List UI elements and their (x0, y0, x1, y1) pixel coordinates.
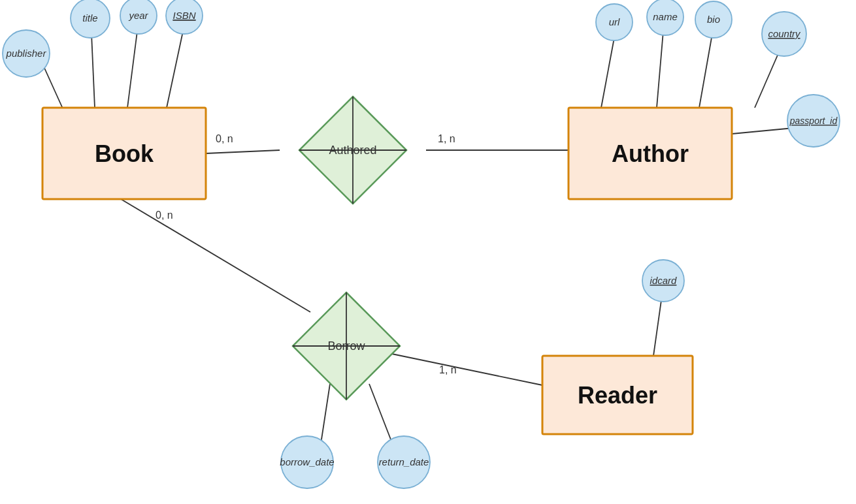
conn-book-authored (206, 150, 280, 153)
cardinality-borrow-reader: 1, n (439, 364, 457, 375)
relation-authored-label: Authored (329, 144, 376, 157)
attr-publisher-label: publisher (6, 48, 47, 59)
attr-line-isbn (167, 31, 183, 108)
relation-borrow-label: Borrow (327, 339, 365, 353)
entity-author-label: Author (612, 140, 689, 167)
attr-bio-label: bio (707, 14, 720, 25)
cardinality-authored-author: 1, n (438, 133, 455, 144)
attr-line-idcard (653, 296, 662, 356)
attr-return-date-label: return_date (379, 456, 429, 467)
attr-line-country (755, 48, 781, 108)
attr-borrow-date-label: borrow_date (280, 456, 334, 467)
attr-passport-id-label: passport_id (789, 116, 838, 126)
attr-line-return-date (369, 384, 394, 448)
attr-line-year (127, 31, 137, 108)
attr-isbn-label: ISBN (173, 10, 195, 21)
attr-line-name (657, 31, 663, 108)
attr-url-label: url (609, 16, 620, 27)
attr-name-label: name (653, 11, 678, 22)
attr-year-label: year (128, 10, 148, 21)
entity-book-label: Book (95, 140, 154, 167)
attr-line-title (91, 34, 95, 108)
er-diagram: Book Author Reader Authored Borrow publi… (0, 0, 856, 504)
attr-idcard-label: idcard (650, 275, 678, 286)
attr-country-label: country (768, 28, 801, 39)
entity-reader-label: Reader (578, 382, 657, 409)
cardinality-book-borrow: 0, n (156, 210, 173, 221)
attr-line-url (601, 38, 614, 108)
attr-line-bio (699, 34, 712, 108)
cardinality-book-authored: 0, n (216, 133, 233, 144)
attr-line-borrow-date (320, 384, 330, 448)
conn-book-borrow (121, 199, 310, 312)
attr-title-label: title (82, 12, 97, 24)
conn-borrow-reader (386, 353, 542, 385)
